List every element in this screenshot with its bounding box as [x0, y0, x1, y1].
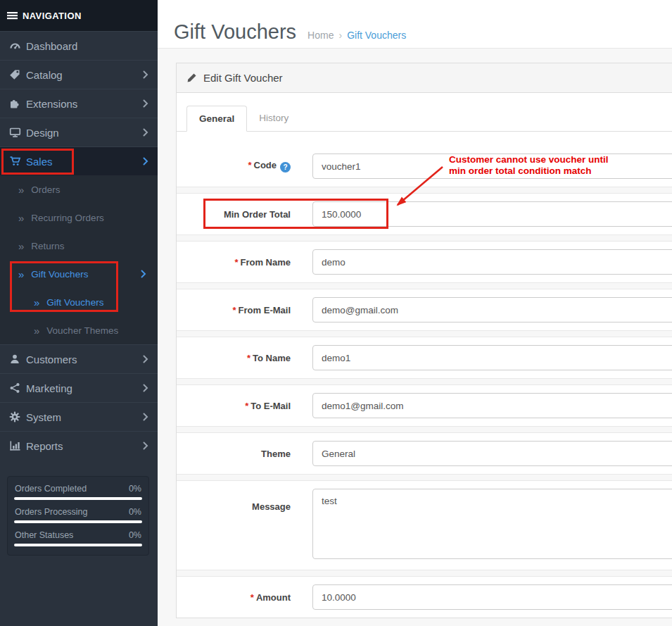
sidebar-item-sales[interactable]: Sales: [0, 146, 158, 175]
sidebar-title: NAVIGATION: [23, 11, 82, 21]
sidebar: NAVIGATION Dashboard Catalog Extensions …: [0, 0, 158, 626]
message-label: *Message?: [186, 501, 291, 512]
sales-submenu: » Orders » Recurring Orders » Returns » …: [0, 175, 158, 344]
order-stats-panel: Orders Completed 0% Orders Processing 0%…: [7, 476, 149, 556]
row-separator: [177, 474, 672, 481]
to-email-input[interactable]: [312, 393, 672, 418]
form-row-message: *Message? test: [177, 481, 672, 570]
double-angle-icon: »: [18, 268, 24, 280]
from-name-label: *From Name?: [186, 257, 291, 268]
page-title: Gift Vouchers: [174, 21, 296, 42]
sidebar-item-customers[interactable]: Customers: [0, 344, 158, 373]
sidebar-item-dashboard[interactable]: Dashboard: [0, 31, 158, 60]
tab-bar: General History: [177, 106, 672, 132]
sidebar-item-design[interactable]: Design: [0, 118, 158, 146]
progress-bar: [14, 520, 142, 523]
sidebar-item-extensions[interactable]: Extensions: [0, 89, 158, 118]
breadcrumb: Home›Gift Vouchers: [308, 30, 406, 41]
code-label: *Code?: [186, 160, 291, 173]
code-input[interactable]: [312, 154, 672, 179]
theme-label: *Theme?: [186, 449, 291, 459]
sidebar-item-marketing[interactable]: Marketing: [0, 373, 158, 402]
double-angle-icon: »: [18, 212, 24, 224]
row-separator: [177, 187, 672, 194]
stat-value: 0%: [129, 484, 141, 494]
chevron-right-icon: [143, 413, 148, 421]
stat-label: Orders Processing: [15, 507, 88, 517]
sidebar-header: NAVIGATION: [0, 0, 158, 31]
gear-icon: [9, 411, 26, 422]
row-separator: [177, 570, 672, 577]
stat-value: 0%: [129, 507, 141, 517]
monitor-icon: [9, 127, 26, 138]
cart-icon: [9, 156, 26, 167]
sidebar-item-gift-vouchers[interactable]: » Gift Vouchers: [0, 260, 158, 288]
tag-icon: [9, 69, 26, 80]
form-row-from-name: *From Name?: [177, 242, 672, 282]
double-angle-icon: »: [18, 184, 24, 196]
amount-input[interactable]: [312, 584, 672, 610]
pencil-icon: [186, 73, 197, 83]
edit-voucher-panel: Edit Gift Voucher General History *Code?…: [176, 63, 672, 618]
theme-input[interactable]: [312, 441, 672, 466]
chevron-right-icon: [143, 128, 148, 137]
sidebar-item-orders[interactable]: » Orders: [0, 175, 158, 204]
sidebar-item-gift-vouchers-sub[interactable]: » Gift Vouchers: [0, 288, 158, 316]
sidebar-item-label: Design: [26, 127, 59, 139]
sidebar-item-label: Extensions: [26, 98, 77, 110]
stat-orders-completed: Orders Completed 0%: [14, 484, 142, 500]
min-order-total-label: *Min Order Total?: [186, 209, 291, 220]
breadcrumb-separator: ›: [338, 30, 342, 41]
form-row-amount: *Amount?: [177, 577, 672, 618]
progress-bar: [14, 544, 142, 546]
to-name-label: *To Name?: [186, 353, 291, 363]
share-icon: [9, 382, 26, 394]
chevron-right-icon: [143, 157, 148, 165]
sidebar-item-recurring-orders[interactable]: » Recurring Orders: [0, 204, 158, 232]
stat-other-statuses: Other Statuses 0%: [14, 530, 142, 546]
tab-general[interactable]: General: [186, 106, 247, 132]
sidebar-item-catalog[interactable]: Catalog: [0, 60, 158, 89]
bar-chart-icon: [9, 440, 26, 451]
stat-label: Other Statuses: [15, 530, 73, 540]
breadcrumb-home-link[interactable]: Home: [308, 30, 334, 41]
form-row-from-email: *From E-Mail?: [177, 289, 672, 330]
chevron-right-icon: [143, 384, 148, 392]
hamburger-icon[interactable]: [7, 11, 18, 20]
sidebar-item-returns[interactable]: » Returns: [0, 232, 158, 260]
gauge-icon: [9, 40, 26, 51]
row-separator: [177, 282, 672, 289]
stat-label: Orders Completed: [15, 484, 87, 494]
chevron-right-icon: [141, 270, 146, 278]
from-email-input[interactable]: [312, 297, 672, 323]
chevron-right-icon: [143, 70, 148, 79]
form-row-to-email: *To E-Mail?: [177, 385, 672, 426]
sidebar-item-voucher-themes[interactable]: » Voucher Themes: [0, 316, 158, 344]
help-icon[interactable]: ?: [280, 162, 291, 173]
stat-orders-processing: Orders Processing 0%: [14, 507, 142, 523]
breadcrumb-current-link[interactable]: Gift Vouchers: [347, 30, 406, 41]
voucher-form: *Code? *Min Order Total? *From Name? *Fr…: [177, 132, 672, 618]
sidebar-item-system[interactable]: System: [0, 402, 158, 431]
amount-label: *Amount?: [186, 592, 291, 603]
sidebar-item-label: Customers: [26, 353, 77, 365]
min-order-total-input[interactable]: [312, 201, 672, 227]
double-angle-icon: »: [34, 325, 39, 337]
sidebar-item-reports[interactable]: Reports: [0, 431, 158, 460]
message-input[interactable]: test: [312, 489, 672, 559]
row-separator: [177, 330, 672, 337]
double-angle-icon: »: [18, 240, 24, 252]
row-separator: [177, 426, 672, 433]
page-header: Gift Vouchers Home›Gift Vouchers: [158, 0, 672, 49]
to-name-input[interactable]: [312, 345, 672, 370]
tab-history[interactable]: History: [247, 106, 300, 131]
sidebar-item-label: Dashboard: [26, 40, 77, 52]
chevron-right-icon: [143, 355, 148, 363]
panel-heading-label: Edit Gift Voucher: [203, 72, 283, 84]
from-name-input[interactable]: [312, 249, 672, 275]
form-row-theme: *Theme?: [177, 433, 672, 474]
from-email-label: *From E-Mail?: [186, 305, 291, 315]
sidebar-item-label: Sales: [26, 156, 53, 168]
user-icon: [9, 353, 26, 365]
chevron-right-icon: [143, 442, 148, 450]
